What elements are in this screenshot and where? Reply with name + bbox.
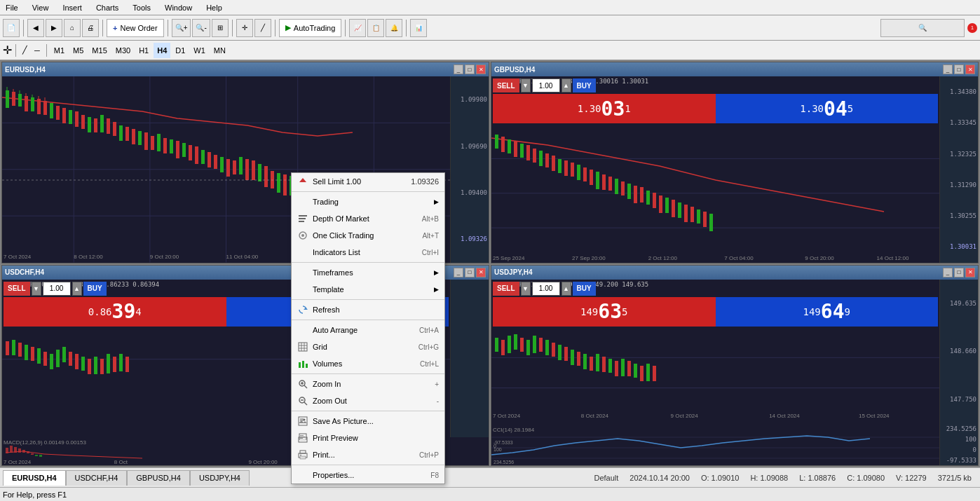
usdjpy-buy-price[interactable]: 149 64 9: [716, 297, 939, 327]
line-btn[interactable]: ╱: [254, 19, 271, 37]
menu-insert[interactable]: Insert: [60, 2, 85, 13]
ctx-depth-of-market[interactable]: Depth Of Market Alt+B: [292, 210, 444, 227]
gbpusd-maximize[interactable]: □: [954, 64, 964, 74]
usdjpy-close[interactable]: ✕: [965, 268, 975, 277]
svg-rect-144: [31, 453, 34, 455]
usdjpy-qty-down[interactable]: ▼: [521, 282, 531, 296]
tf-d1[interactable]: D1: [172, 43, 189, 58]
back-btn[interactable]: ◀: [27, 19, 44, 37]
menu-tools[interactable]: Tools: [130, 2, 154, 13]
crosshair-tool[interactable]: ✛: [3, 43, 12, 57]
tab-gbpusd[interactable]: GBPUSD,H4: [127, 470, 190, 486]
usdjpy-qty-up[interactable]: ▲: [562, 282, 571, 296]
gbpusd-qty-input[interactable]: [532, 78, 560, 92]
print-btn[interactable]: 🖨: [82, 19, 99, 37]
market-watch-btn[interactable]: 📊: [410, 19, 427, 37]
eurusd-close[interactable]: ✕: [476, 64, 486, 74]
gbpusd-buy-price[interactable]: 1.30 04 5: [716, 94, 939, 123]
usdjpy-chart-body[interactable]: USDJPY,H4 149.443 149.739 149.200 149.63…: [491, 280, 978, 466]
usdjpy-minimize[interactable]: _: [943, 268, 953, 277]
eurusd-maximize[interactable]: □: [465, 64, 475, 74]
crosshair-btn[interactable]: ✛: [236, 19, 253, 37]
ctx-refresh[interactable]: Refresh: [292, 301, 444, 318]
usdjpy-qty-input[interactable]: [532, 282, 560, 296]
usdchf-sell-price[interactable]: 0.86 39 4: [4, 297, 226, 327]
search-btn[interactable]: 🔍: [880, 19, 965, 37]
gbpusd-close[interactable]: ✕: [965, 64, 975, 74]
tab-eurusd[interactable]: EURUSD,H4: [3, 470, 66, 486]
ctx-sep1: [292, 191, 444, 192]
menu-file[interactable]: File: [3, 2, 21, 13]
tf-m30[interactable]: M30: [112, 43, 134, 58]
svg-rect-91: [608, 177, 612, 191]
alert-btn[interactable]: 🔔: [386, 19, 402, 37]
gbpusd-sell-btn[interactable]: SELL: [493, 78, 519, 92]
zoom-in-toolbar-btn[interactable]: 🔍+: [172, 19, 191, 37]
ctx-trading[interactable]: Trading: [292, 193, 444, 210]
ctx-timeframes[interactable]: Timeframes: [292, 264, 444, 281]
tf-h4[interactable]: H4: [154, 43, 170, 58]
usdchf-maximize[interactable]: □: [465, 268, 475, 277]
gbpusd-buy-btn[interactable]: BUY: [573, 78, 596, 92]
tf-m1[interactable]: M1: [50, 43, 68, 58]
fit-btn[interactable]: ⊞: [212, 19, 229, 37]
svg-rect-122: [43, 352, 47, 366]
ctx-print-preview[interactable]: Print Preview: [292, 430, 444, 446]
zoom-out-toolbar-btn[interactable]: 🔍-: [192, 19, 210, 37]
forward-btn[interactable]: ▶: [46, 19, 62, 37]
help-text: For Help, press F1: [3, 490, 67, 499]
new-chart-btn[interactable]: 📄: [3, 19, 20, 37]
ctx-properties[interactable]: Properties... F8: [292, 467, 444, 483]
tf-h1[interactable]: H1: [135, 43, 152, 58]
line-tool[interactable]: ╱: [20, 44, 30, 56]
tf-mn[interactable]: MN: [210, 43, 229, 58]
ctx-zoom-out[interactable]: Zoom Out -: [292, 392, 444, 409]
home-btn[interactable]: ⌂: [64, 19, 81, 37]
gbpusd-qty-up[interactable]: ▲: [562, 78, 571, 92]
usdchf-close[interactable]: ✕: [476, 268, 486, 277]
usdchf-qty-input[interactable]: [43, 282, 71, 296]
notification-badge[interactable]: 1: [967, 23, 977, 33]
gbpusd-minimize[interactable]: _: [943, 64, 953, 74]
usdchf-qty-down[interactable]: ▼: [32, 282, 41, 296]
tf-m15[interactable]: M15: [88, 43, 110, 58]
usdjpy-buy-btn[interactable]: BUY: [573, 282, 596, 296]
ctx-template[interactable]: Template: [292, 281, 444, 298]
indicator-btn[interactable]: 📈: [349, 19, 366, 37]
menu-help[interactable]: Help: [203, 2, 225, 13]
dash-tool[interactable]: ─: [32, 45, 43, 56]
tf-m5[interactable]: M5: [69, 43, 87, 58]
usdjpy-sell-price[interactable]: 149 63 5: [493, 297, 716, 327]
usdjpy-sell-btn[interactable]: SELL: [493, 282, 519, 296]
ctx-indicators-list[interactable]: Indicators List Ctrl+I: [292, 244, 444, 261]
ctx-auto-arrange[interactable]: Auto Arrange Ctrl+A: [292, 322, 444, 338]
ctx-sell-limit[interactable]: Sell Limit 1.00 1.09326: [292, 173, 444, 190]
ctx-volumes[interactable]: Volumes Ctrl+L: [292, 355, 444, 372]
tpl-btn[interactable]: 📋: [367, 19, 384, 37]
tab-usdchf[interactable]: USDCHF,H4: [66, 470, 128, 486]
tab-usdjpy[interactable]: USDJPY,H4: [190, 470, 250, 486]
usdjpy-maximize[interactable]: □: [954, 268, 964, 277]
ctx-grid[interactable]: Grid Ctrl+G: [292, 338, 444, 355]
gbpusd-sell-price[interactable]: 1.30 03 1: [493, 94, 716, 123]
gbpusd-chart-body[interactable]: GBPUSD,H4 1.30144 1.30308 1.30016 1.3003…: [491, 76, 978, 263]
svg-rect-82: [552, 156, 555, 171]
menu-window[interactable]: Window: [162, 2, 195, 13]
ctx-zoom-in-shortcut: +: [435, 380, 439, 388]
ctx-one-click-trading[interactable]: One Click Trading Alt+T: [292, 227, 444, 244]
ctx-print[interactable]: Print... Ctrl+P: [292, 446, 444, 463]
menu-view[interactable]: View: [29, 2, 52, 13]
usdchf-sell-btn[interactable]: SELL: [4, 282, 30, 296]
menu-charts[interactable]: Charts: [93, 2, 121, 13]
tf-w1[interactable]: W1: [190, 43, 209, 58]
eurusd-minimize[interactable]: _: [454, 64, 463, 74]
svg-rect-126: [69, 352, 72, 366]
usdchf-qty-up[interactable]: ▲: [72, 282, 82, 296]
ctx-save-as-picture[interactable]: Save As Picture...: [292, 413, 444, 430]
usdchf-buy-btn[interactable]: BUY: [83, 282, 107, 296]
new-order-btn[interactable]: + New Order: [107, 19, 164, 37]
ctx-zoom-in[interactable]: Zoom In +: [292, 376, 444, 392]
autotrade-btn[interactable]: ▶ AutoTrading: [279, 19, 342, 37]
usdchf-minimize[interactable]: _: [454, 268, 463, 277]
gbpusd-qty-down[interactable]: ▼: [521, 78, 531, 92]
